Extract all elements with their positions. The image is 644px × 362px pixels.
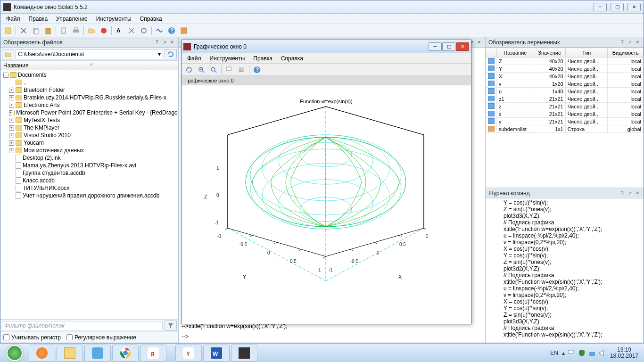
tree-up[interactable]: ..: [2, 79, 176, 86]
network-icon[interactable]: [588, 349, 596, 357]
expand-icon[interactable]: +: [9, 103, 14, 108]
tray-icons[interactable]: ▴: [562, 349, 606, 357]
gfx-menu-edit[interactable]: Правка: [249, 54, 276, 63]
tree-item[interactable]: +Youcam: [2, 139, 176, 147]
menu-tools[interactable]: Инструменты: [92, 15, 135, 23]
tree-item[interactable]: Класс.accdb: [2, 177, 176, 184]
gfx-maximize-button[interactable]: ▢: [442, 42, 455, 51]
history-line[interactable]: Y = cos(u)'*sin(v);: [504, 305, 643, 312]
history-line[interactable]: Y = cos(u)'*sin(v);: [504, 252, 643, 259]
gfx-minimize-button[interactable]: ─: [429, 42, 442, 51]
table-row[interactable]: Z40x20Число двой...local: [486, 58, 644, 65]
history-line[interactable]: // Подпись графика: [504, 219, 643, 226]
panel-undock-icon[interactable]: ↗: [161, 39, 168, 46]
scilab-button[interactable]: [154, 25, 165, 36]
zoom-in-icon[interactable]: [196, 65, 207, 75]
panel-undock-icon[interactable]: ↗: [627, 39, 633, 46]
copy-button[interactable]: [30, 25, 41, 36]
task-yandex[interactable]: Я: [140, 345, 166, 362]
zoom-reset-icon[interactable]: [208, 65, 219, 75]
panel-help-icon[interactable]: ?: [154, 39, 160, 46]
case-checkbox[interactable]: Учитывать регистр: [3, 334, 61, 341]
history-line[interactable]: X = cos(u)'*cos(v);: [504, 246, 643, 252]
config-button[interactable]: [126, 25, 137, 36]
flag-icon[interactable]: [568, 349, 575, 357]
expand-icon[interactable]: +: [9, 95, 14, 100]
file-col-header[interactable]: Название^: [0, 61, 178, 70]
cut-button[interactable]: [18, 25, 29, 36]
task-chrome[interactable]: [112, 345, 139, 362]
command-history-body[interactable]: Y = cos(u)'*sin(v);Z = sin(u)'*ones(v);p…: [486, 198, 644, 343]
gfx-menu-tools[interactable]: Инструменты: [206, 54, 249, 63]
regex-checkbox[interactable]: Регулярное выражение: [66, 334, 136, 341]
tree-item[interactable]: +The KMPlayer: [2, 124, 176, 132]
folder-button[interactable]: [86, 25, 97, 36]
history-line[interactable]: v = linspace(0,2*%pi,20);: [504, 239, 643, 246]
tree-item[interactable]: ТИТУЛЬНИК.docx: [2, 184, 176, 192]
panel-close-icon[interactable]: ✕: [634, 39, 641, 46]
tray-up-icon[interactable]: ▴: [562, 350, 565, 356]
history-line[interactable]: Z = sin(u)'*ones(v);: [504, 312, 643, 318]
filter-input[interactable]: Фильтр файлов/папок: [2, 321, 163, 330]
close-button[interactable]: ✕: [627, 3, 641, 11]
expand-icon[interactable]: +: [9, 133, 14, 138]
expand-icon[interactable]: +: [9, 125, 14, 131]
menu-edit[interactable]: Правка: [25, 15, 52, 23]
task-explorer[interactable]: [57, 345, 83, 362]
task-scilab[interactable]: [231, 345, 257, 362]
file-tree[interactable]: − Documents .. +Bluetooth Folder+Bratski…: [0, 70, 178, 319]
table-row[interactable]: u1x40Число двой...local: [486, 88, 644, 95]
help-button[interactable]: ?: [166, 25, 177, 36]
tree-root[interactable]: − Documents: [2, 71, 176, 79]
tree-item[interactable]: Desktop (2).lnk: [2, 154, 176, 162]
table-row[interactable]: subdemolist1x1Строкаglobal: [486, 125, 644, 133]
history-line[interactable]: plot3d2(X,Y,Z);: [504, 265, 643, 272]
history-line[interactable]: xtitle('Function w=exp(sin(x))','X','Y',…: [504, 226, 643, 232]
up-dir-button[interactable]: [2, 49, 14, 59]
task-yandex-browser[interactable]: Y: [175, 345, 202, 362]
demos-button[interactable]: [178, 25, 190, 36]
print-button[interactable]: [70, 25, 82, 36]
rotate-icon[interactable]: [183, 65, 195, 75]
history-line[interactable]: plot3d3(X,Y,Z);: [504, 318, 643, 325]
variable-table[interactable]: Название Значение Тип Видимость Z40x20Чи…: [486, 48, 644, 188]
task-volume[interactable]: [84, 345, 111, 362]
gfx-canvas[interactable]: Function w=exp(sin(x)): [182, 85, 471, 324]
font-button[interactable]: A: [114, 25, 125, 36]
language-indicator[interactable]: EN: [550, 350, 558, 356]
maximize-button[interactable]: ▢: [611, 3, 624, 11]
stop-button[interactable]: [98, 25, 109, 36]
sound-icon[interactable]: [599, 349, 606, 357]
datatip-icon[interactable]: [223, 65, 235, 75]
path-input[interactable]: C:\Users\user\Documents\▾: [16, 49, 163, 59]
panel-undock-icon[interactable]: ↗: [627, 190, 633, 197]
history-line[interactable]: plot3d3(X,Y,Z);: [504, 213, 643, 219]
menu-manage[interactable]: Управление: [52, 15, 91, 23]
refresh-button[interactable]: [165, 49, 177, 59]
paste-button[interactable]: [42, 25, 54, 36]
table-row[interactable]: z121x21Число двой...local: [486, 95, 644, 103]
expand-icon[interactable]: +: [9, 88, 14, 93]
tree-item[interactable]: +MyTestX Tests: [2, 116, 176, 124]
tree-item[interactable]: Группа студентов.accdb: [2, 169, 176, 177]
expand-icon[interactable]: +: [9, 118, 14, 123]
history-line[interactable]: u = linspace(-%pi/2,%pi/2,40);: [504, 232, 643, 239]
history-line[interactable]: xtitle('Function w=exp(sin(x))','X','Y',…: [504, 279, 643, 285]
history-line[interactable]: Y = cos(u)'*sin(v);: [504, 199, 643, 206]
start-button[interactable]: [2, 345, 27, 362]
task-wmplayer[interactable]: [29, 345, 55, 362]
table-row[interactable]: z21x21Число двой...local: [486, 103, 644, 110]
history-line[interactable]: Z = sin(u)'*ones(v);: [504, 206, 643, 213]
table-row[interactable]: Y40x20Число двой...local: [486, 65, 644, 73]
history-line[interactable]: // Подпись графика: [504, 325, 643, 331]
history-line[interactable]: X = cos(u)'*cos(v);: [504, 298, 643, 305]
panel-close-icon[interactable]: ✕: [476, 39, 482, 46]
tree-item[interactable]: +Microsoft Power Point 2007 Enterprise +…: [2, 109, 176, 116]
tree-item[interactable]: +Visual Studio 2010: [2, 132, 176, 139]
table-row[interactable]: v1x20Число двой...local: [486, 80, 644, 88]
tree-item[interactable]: Mama.ya.Zhenyus.2013.HDTVRip-Files-x.avi: [2, 162, 176, 169]
run-button[interactable]: [2, 25, 14, 36]
history-line[interactable]: v = linspace(0,2*%pi,20);: [504, 292, 643, 298]
panel-close-icon[interactable]: ✕: [169, 39, 175, 46]
panel-help-icon[interactable]: ?: [619, 190, 626, 197]
